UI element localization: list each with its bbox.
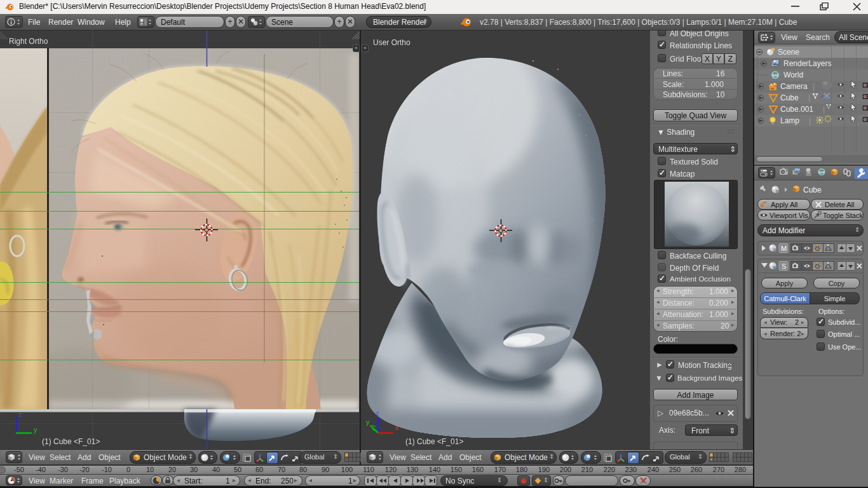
svg-text:S: S	[782, 262, 786, 270]
svg-text:z: z	[18, 410, 22, 418]
svg-text:M: M	[781, 245, 787, 252]
svg-text:z: z	[376, 409, 379, 417]
svg-text:User Ortho: User Ortho	[373, 38, 410, 47]
svg-text:x: x	[395, 424, 399, 431]
svg-text:Right Ortho: Right Ortho	[9, 37, 48, 46]
svg-text:(1) Cube <F_01>: (1) Cube <F_01>	[405, 437, 463, 446]
svg-text:y: y	[34, 426, 37, 433]
svg-text:(1) Cube <F_01>: (1) Cube <F_01>	[42, 437, 100, 446]
svg-text:y: y	[366, 418, 370, 426]
